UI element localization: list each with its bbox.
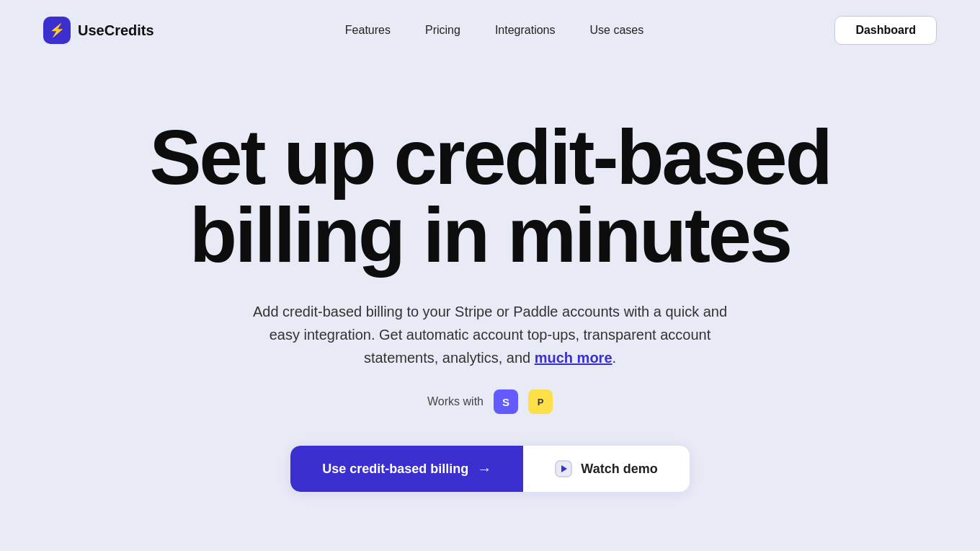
- cta-row: Use credit-based billing → Watch demo: [290, 446, 689, 492]
- cta-arrow-icon: →: [477, 461, 491, 477]
- nav-use-cases[interactable]: Use cases: [589, 24, 643, 36]
- stripe-badge: S: [494, 389, 518, 414]
- hero-subtitle-end: .: [612, 350, 617, 366]
- cta-secondary-label: Watch demo: [581, 462, 657, 477]
- navbar: ⚡ UseCred­its Features Pricing Integrati…: [0, 0, 980, 61]
- hero-title-line1: Set up credit-based: [149, 113, 830, 200]
- nav-features[interactable]: Features: [345, 24, 391, 36]
- paddle-badge: P: [528, 389, 553, 414]
- logo-text: UseCred­its: [78, 22, 154, 39]
- logo-icon: ⚡: [43, 17, 71, 44]
- hero-subtitle-text: Add credit-based billing to your Stripe …: [253, 304, 727, 366]
- hero-title-line2: billing in minutes: [190, 191, 790, 278]
- cta-primary-button[interactable]: Use credit-based billing →: [290, 446, 523, 492]
- works-with: Works with S P: [427, 389, 553, 414]
- nav-pricing[interactable]: Pricing: [425, 24, 460, 36]
- hero-title: Set up credit-based billing in minutes: [149, 118, 830, 274]
- cta-primary-label: Use credit-based billing: [322, 462, 468, 477]
- hero-section: Set up credit-based billing in minutes A…: [0, 61, 980, 535]
- logo-link[interactable]: ⚡ UseCred­its: [43, 17, 154, 44]
- play-icon: [555, 460, 572, 477]
- nav-links: Features Pricing Integrations Use cases: [345, 24, 643, 37]
- dashboard-button[interactable]: Dashboard: [834, 16, 937, 45]
- hero-subtitle-link[interactable]: much more: [535, 350, 612, 366]
- nav-integrations[interactable]: Integrations: [495, 24, 556, 36]
- cta-secondary-button[interactable]: Watch demo: [523, 446, 689, 492]
- works-with-label: Works with: [427, 395, 484, 408]
- hero-subtitle: Add credit-based billing to your Stripe …: [238, 300, 742, 369]
